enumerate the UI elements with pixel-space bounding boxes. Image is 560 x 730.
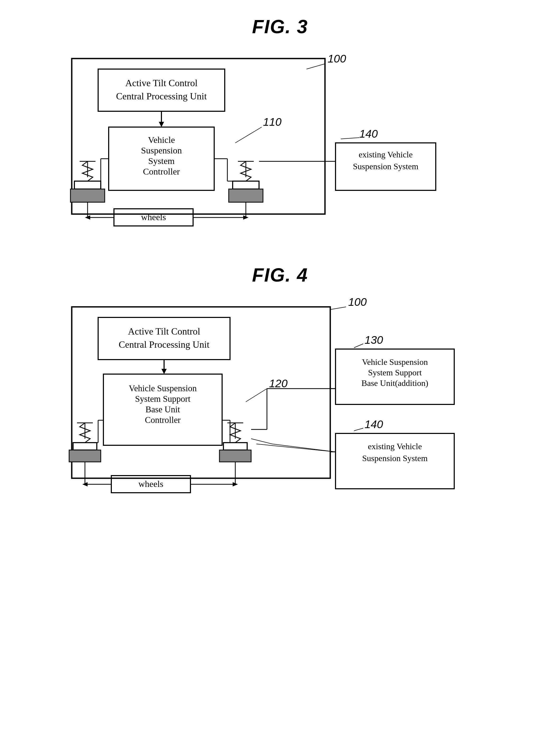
svg-rect-13 [74,181,101,189]
svg-text:130: 130 [365,334,383,346]
svg-marker-30 [243,215,248,220]
svg-text:Vehicle Suspension: Vehicle Suspension [362,357,428,367]
svg-rect-39 [336,143,436,190]
svg-text:existing Vehicle: existing Vehicle [358,150,413,159]
svg-text:wheels: wheels [141,212,166,222]
svg-text:100: 100 [348,296,367,308]
svg-text:Active Tilt Control: Active Tilt Control [128,326,200,337]
svg-rect-50 [103,374,222,445]
svg-rect-25 [114,209,193,226]
svg-marker-28 [85,215,90,220]
svg-line-38 [341,138,359,139]
svg-rect-69 [111,475,190,493]
svg-text:Controller: Controller [145,415,181,425]
svg-rect-83 [336,349,454,404]
svg-line-35 [235,127,262,143]
svg-line-95 [256,444,336,452]
svg-text:Central  Processing Unit: Central Processing Unit [116,91,207,102]
svg-rect-21 [229,189,263,202]
svg-text:Suspension System: Suspension System [353,162,418,171]
svg-rect-64 [223,443,247,450]
svg-line-98 [251,439,272,444]
svg-text:Suspension System: Suspension System [362,453,427,463]
svg-text:wheels: wheels [138,479,163,489]
fig4-diagram: Active Tilt Control Central Processing U… [56,296,504,507]
svg-marker-74 [233,482,238,486]
svg-text:Central Processing Unit: Central Processing Unit [119,339,209,350]
svg-rect-44 [72,307,330,478]
svg-line-90 [354,428,363,431]
svg-rect-6 [109,127,214,190]
fig4-title: FIG. 4 [21,264,539,286]
svg-text:100: 100 [328,52,346,65]
fig3-diagram: Active Tilt Control Central Processing U… [56,48,504,238]
svg-rect-1 [98,69,225,111]
svg-text:Controller: Controller [143,167,180,176]
svg-rect-14 [70,189,105,202]
fig3-section: FIG. 3 Active Tilt Control Central Proce… [21,16,539,238]
svg-marker-5 [159,122,164,127]
svg-text:140: 140 [359,128,378,140]
svg-rect-0 [72,59,325,214]
svg-rect-20 [233,181,259,189]
svg-marker-49 [161,369,167,374]
svg-text:existing Vehicle: existing Vehicle [368,441,422,451]
svg-rect-57 [73,443,97,450]
svg-text:110: 110 [263,116,282,128]
svg-text:Base Unit(addition): Base Unit(addition) [361,378,428,388]
fig3-svg: Active Tilt Control Central Processing U… [56,48,504,238]
svg-text:Base Unit: Base Unit [145,405,180,414]
svg-text:Active Tilt Control: Active Tilt Control [125,78,197,88]
svg-line-79 [246,388,267,402]
svg-line-82 [354,344,363,348]
svg-line-33 [307,64,325,69]
svg-rect-58 [69,450,101,462]
svg-rect-45 [98,318,230,360]
fig3-title: FIG. 3 [21,16,539,37]
svg-text:Vehicle: Vehicle [148,135,175,145]
svg-rect-65 [219,450,251,462]
svg-text:Vehicle Suspension: Vehicle Suspension [129,383,197,393]
svg-line-77 [330,307,346,310]
svg-marker-72 [82,482,88,486]
svg-text:System: System [148,156,174,166]
svg-text:120: 120 [269,377,288,389]
fig4-section: FIG. 4 Active Tilt Control Central Proce… [21,264,539,507]
svg-text:System Support: System Support [368,368,422,377]
page: FIG. 3 Active Tilt Control Central Proce… [0,0,560,730]
svg-text:140: 140 [365,418,383,430]
svg-text:System Support: System Support [135,394,190,403]
fig4-svg: Active Tilt Control Central Processing U… [56,296,531,526]
svg-text:Suspension: Suspension [141,146,182,155]
svg-line-99 [272,444,336,452]
svg-rect-91 [336,433,454,489]
